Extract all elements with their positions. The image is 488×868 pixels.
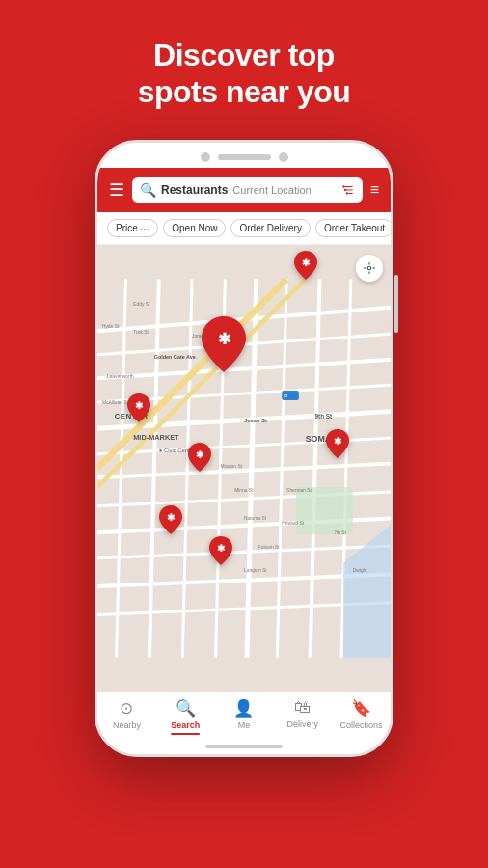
map-pin-3[interactable]: ✱ [187,442,212,473]
phone-camera-left [201,152,210,162]
svg-text:Jesse St: Jesse St [244,418,267,423]
headline-line2: spots near you [138,74,351,109]
chip-open-now[interactable]: Open Now [163,219,226,237]
power-button [394,275,398,333]
svg-text:7th St: 7th St [334,530,346,535]
nav-item-delivery[interactable]: 🛍 Delivery [273,698,332,735]
svg-text:✱: ✱ [196,449,204,460]
map-pin-5[interactable]: ✱ [208,535,233,566]
svg-rect-29 [296,487,353,534]
location-button[interactable] [356,255,383,282]
nearby-icon: ⊙ [120,698,133,719]
hamburger-icon[interactable]: ☰ [109,179,124,201]
nav-item-search[interactable]: 🔍 Search [156,698,215,735]
phone-bottom-bar [97,739,391,754]
phone-wrapper: ☰ 🔍 Restaurants Current Location [95,140,393,757]
svg-text:✱: ✱ [302,258,311,268]
map-pin-2[interactable]: ✱ [126,393,151,423]
headline-line1: Discover top [153,38,335,72]
svg-text:✱: ✱ [135,400,144,411]
svg-text:Hyde St: Hyde St [102,324,120,329]
svg-text:✱: ✱ [167,512,176,523]
chip-order-takeout[interactable]: Order Takeout [315,219,391,237]
search-bar[interactable]: 🔍 Restaurants Current Location [132,177,363,203]
nav-item-me[interactable]: 👤 Me [215,698,274,735]
search-label: Search [171,720,200,730]
map-pin-6[interactable]: ✱ [325,428,350,459]
svg-text:Minna St: Minna St [234,488,254,493]
search-nav-icon: 🔍 [176,698,196,719]
svg-text:Sherman St: Sherman St [286,488,312,493]
svg-point-4 [344,189,346,191]
collections-label: Collections [340,720,383,730]
svg-text:Natoma St: Natoma St [244,516,267,521]
me-label: Me [238,720,251,730]
phone-top-bar [97,143,391,168]
chip-order-delivery[interactable]: Order Delivery [230,219,310,237]
home-indicator [205,745,283,748]
delivery-label: Delivery [287,719,319,729]
svg-text:✱: ✱ [334,436,342,447]
svg-text:Folsom St: Folsom St [258,545,281,550]
svg-text:Golden Gate Ave: Golden Gate Ave [154,354,196,360]
headline: Discover top spots near you [138,37,351,111]
map-pin-large[interactable]: ✱ [199,314,249,374]
svg-text:Eddy St: Eddy St [133,302,150,307]
svg-text:Mission St: Mission St [220,464,242,469]
collections-icon: 🔖 [351,698,371,719]
svg-text:Howard St: Howard St [282,521,304,526]
phone-camera-right [279,152,288,162]
delivery-icon: 🛍 [294,698,311,718]
list-view-icon[interactable]: ≡ [370,181,379,199]
filter-chips: Price ··· Open Now Order Delivery Order … [97,212,391,245]
phone-speaker [218,154,271,160]
search-underline [171,733,200,735]
map-pin-4[interactable]: ✱ [158,504,183,535]
svg-text:9th St: 9th St [315,413,334,420]
map-pin-1[interactable]: ✱ [293,250,318,281]
phone-frame: ☰ 🔍 Restaurants Current Location [95,140,393,757]
nav-item-collections[interactable]: 🔖 Collections [332,698,391,735]
search-location: Current Location [232,184,311,196]
nav-item-nearby[interactable]: ⊙ Nearby [97,698,156,735]
svg-text:Leavenworth: Leavenworth [107,374,134,379]
filter-adjust-icon[interactable] [341,183,355,197]
svg-text:Turk St: Turk St [133,330,149,335]
bottom-nav: ⊙ Nearby 🔍 Search 👤 Me 🛍 Delivery [97,692,391,739]
nearby-label: Nearby [113,720,141,730]
chip-price[interactable]: Price ··· [107,219,158,237]
svg-text:✱: ✱ [217,331,230,347]
app-content: ☰ 🔍 Restaurants Current Location [97,168,391,739]
app-header: ☰ 🔍 Restaurants Current Location [97,168,391,212]
svg-point-3 [342,185,344,187]
search-query: Restaurants [161,183,228,197]
svg-text:Dwight: Dwight [353,568,368,573]
me-icon: 👤 [233,698,254,719]
svg-text:✱: ✱ [217,543,226,554]
svg-point-56 [367,266,371,270]
svg-text:McAllister St: McAllister St [102,400,129,405]
search-icon: 🔍 [140,182,156,198]
svg-point-5 [345,192,347,194]
svg-text:Langton St: Langton St [244,568,267,573]
map-area[interactable]: Hyde St Eddy St Turk St Leavenworth Jone… [97,245,391,692]
svg-text:P: P [284,393,287,399]
svg-text:MID-MARKET: MID-MARKET [133,433,179,442]
